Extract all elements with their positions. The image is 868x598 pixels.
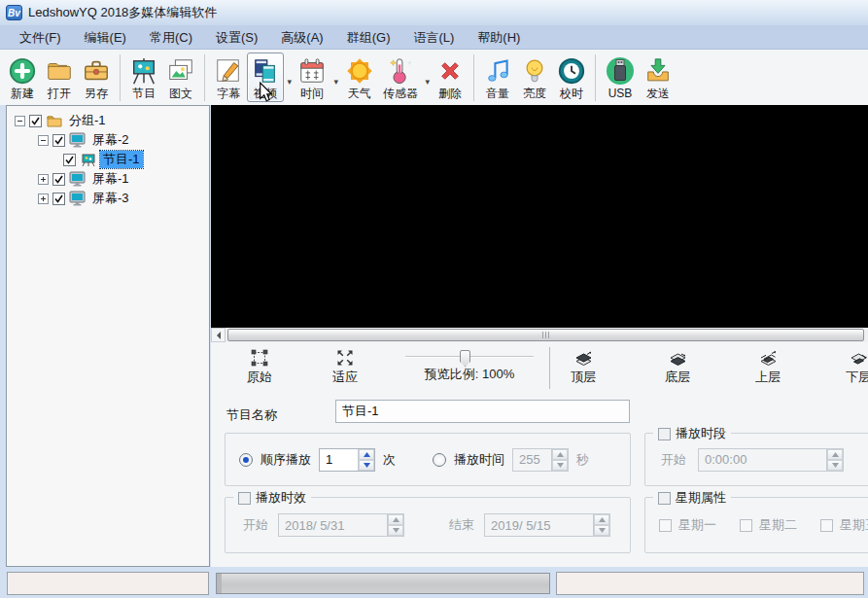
toolbar-button-sensor[interactable]: 传感器 ▾ [379, 53, 422, 102]
preview-horizontal-scrollbar[interactable] [211, 328, 868, 342]
tree-checkbox[interactable] [29, 115, 42, 127]
fit-expand-icon [336, 349, 354, 367]
spin-down-button[interactable] [594, 525, 609, 536]
selected-tree-label[interactable]: 节目-1 [100, 151, 143, 168]
play-validity-checkbox[interactable] [238, 492, 251, 505]
original-size-icon [251, 349, 268, 367]
tree-item-group-1[interactable]: 分组-1 [7, 111, 209, 130]
play-duration-spinner[interactable]: 255 [512, 448, 569, 472]
layer-bottom-icon [669, 349, 687, 367]
tuesday-checkbox[interactable] [740, 519, 752, 532]
tree-checkbox[interactable] [52, 173, 65, 186]
layer-up-button[interactable]: 上层 [746, 349, 789, 386]
spin-up-button[interactable] [552, 449, 568, 460]
app-window: Bv LedshowYQ 2018多媒体编辑软件 文件(F) 编辑(E) 常用(… [0, 0, 868, 598]
toolbar-button-volume[interactable]: 音量 [479, 53, 516, 102]
validity-end-spinner[interactable]: 2019/ 5/15 [484, 513, 610, 537]
program-name-input[interactable] [335, 400, 630, 423]
menu-file[interactable]: 文件(F) [8, 26, 73, 50]
spin-up-button[interactable] [359, 449, 374, 460]
play-duration-radio[interactable] [433, 453, 446, 467]
expand-icon[interactable] [38, 174, 49, 185]
spin-down-button[interactable] [552, 460, 568, 471]
toolbar-button-program[interactable]: 节目 [125, 53, 162, 102]
collapse-icon[interactable] [15, 116, 25, 126]
title-bar[interactable]: Bv LedshowYQ 2018多媒体编辑软件 [0, 0, 868, 26]
tree-item-program-1[interactable]: 节目-1 [7, 150, 209, 169]
toolbar-button-open[interactable]: 打开 [41, 53, 78, 102]
weather-sun-icon [344, 54, 375, 87]
folder-icon [46, 113, 62, 128]
toolbar-button-timesync[interactable]: 校时 [553, 53, 590, 102]
menu-help[interactable]: 帮助(H) [466, 26, 532, 50]
tree-item-screen-1[interactable]: 屏幕-1 [7, 169, 209, 189]
video-dropdown-arrow-icon[interactable]: ▾ [287, 77, 292, 87]
play-period-checkbox[interactable] [658, 428, 671, 440]
collapse-icon[interactable] [38, 135, 49, 146]
layer-up-icon [759, 349, 778, 367]
screen-icon [69, 171, 86, 187]
tree-checkbox[interactable] [52, 134, 65, 147]
play-count-spinner[interactable]: 1 [319, 448, 375, 472]
period-start-spinner[interactable]: 0:00:00 [698, 448, 844, 472]
toolbar-separator [120, 54, 121, 101]
toolbar-separator [473, 54, 474, 101]
week-attribute-checkbox[interactable] [658, 492, 671, 505]
toolbar-button-subtitle[interactable]: 字幕 [210, 53, 247, 102]
play-period-group: 播放时段 开始 0:00:00 [644, 433, 868, 486]
expand-icon[interactable] [38, 193, 49, 204]
layer-down-icon [850, 349, 868, 367]
toolbar-button-weather[interactable]: 天气 [340, 53, 379, 102]
program-form: 节目名称 顺序播放 1 次 播放时间 255 [211, 394, 868, 567]
fit-button[interactable]: 适应 [318, 349, 372, 386]
spin-down-button[interactable] [827, 460, 843, 471]
spin-up-button[interactable] [827, 449, 843, 460]
preview-scale-slider[interactable] [405, 350, 534, 364]
slider-thumb[interactable] [460, 350, 470, 367]
layer-down-button[interactable]: 下层 [837, 349, 868, 386]
spin-up-button[interactable] [594, 514, 609, 525]
scroll-left-arrow-icon[interactable] [211, 328, 226, 342]
tree-checkbox[interactable] [52, 193, 65, 205]
wednesday-label: 星期三 [840, 516, 868, 534]
monday-checkbox[interactable] [659, 519, 672, 532]
tree-item-screen-2[interactable]: 屏幕-2 [7, 130, 209, 150]
menu-common[interactable]: 常用(C) [138, 26, 204, 50]
play-validity-title: 播放时效 [256, 489, 306, 507]
toolbar-button-send[interactable]: 发送 [640, 53, 677, 102]
sensor-thermometer-icon [386, 54, 415, 87]
toolbar-button-imagetext[interactable]: 图文 [162, 53, 199, 102]
preview-canvas[interactable] [211, 105, 868, 328]
original-size-button[interactable]: 原始 [232, 349, 287, 386]
menu-language[interactable]: 语言(L) [401, 26, 466, 50]
tree-item-screen-3[interactable]: 屏幕-3 [7, 189, 209, 208]
layer-bottom-button[interactable]: 底层 [656, 349, 699, 386]
send-tray-icon [643, 54, 673, 87]
menu-group[interactable]: 群组(G) [335, 26, 402, 50]
layer-top-button[interactable]: 顶层 [562, 349, 605, 386]
app-logo-icon: Bv [6, 5, 22, 20]
menu-edit[interactable]: 编辑(E) [73, 26, 138, 50]
sequential-play-radio[interactable] [239, 453, 253, 467]
spin-down-button[interactable] [388, 525, 403, 536]
spin-down-button[interactable] [359, 460, 374, 471]
scrollbar-thumb[interactable] [227, 329, 864, 341]
toolbar-button-delete[interactable]: 删除 [432, 53, 469, 102]
spin-up-button[interactable] [388, 514, 403, 525]
menu-advanced[interactable]: 高级(A) [269, 26, 334, 50]
toolbar-button-time[interactable]: 时间 ▾ [294, 53, 330, 102]
toolbar-button-brightness[interactable]: 亮度 [516, 53, 553, 102]
preview-scale-label: 预览比例: 100% [425, 366, 514, 383]
program-easel-icon [129, 54, 158, 87]
toolbar-button-saveas[interactable]: 另存 [78, 53, 115, 102]
sensor-dropdown-arrow-icon[interactable]: ▾ [425, 77, 430, 87]
validity-start-spinner[interactable]: 2018/ 5/31 [278, 513, 404, 537]
toolbar-button-usb[interactable]: USB [601, 53, 640, 102]
time-dropdown-arrow-icon[interactable]: ▾ [333, 77, 338, 87]
wednesday-checkbox[interactable] [820, 519, 833, 532]
toolbar-button-new[interactable]: 新建 [4, 53, 41, 102]
tuesday-label: 星期二 [759, 516, 797, 534]
menu-settings[interactable]: 设置(S) [204, 26, 269, 50]
monday-label: 星期一 [678, 516, 716, 534]
tree-checkbox[interactable] [63, 154, 76, 166]
